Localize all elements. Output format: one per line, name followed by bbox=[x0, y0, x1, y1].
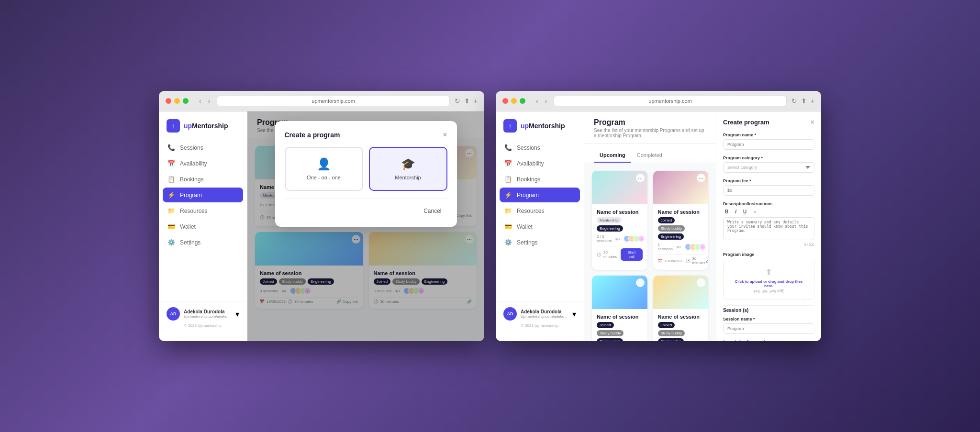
underline-button[interactable]: U bbox=[741, 208, 748, 215]
right-program-card-2: ⋯ Name of session Joined Study buddy Eng… bbox=[653, 171, 709, 270]
sessions-section-title: Session (s) bbox=[723, 305, 814, 313]
program-category-group: Program category * Select category bbox=[723, 155, 814, 173]
italic-button[interactable]: I bbox=[733, 208, 738, 215]
right-availability-icon: 📅 bbox=[504, 160, 512, 167]
modal-close-button[interactable]: × bbox=[443, 131, 447, 139]
tab-upcoming[interactable]: Upcoming bbox=[594, 149, 631, 163]
one-on-one-label: One - on - one bbox=[291, 175, 356, 180]
right-back-button[interactable]: ‹ bbox=[534, 96, 540, 106]
right-sidebar-item-sessions[interactable]: 📞 Sessions bbox=[500, 140, 580, 155]
sidebar-item-availability[interactable]: 📅 Availability bbox=[163, 156, 243, 171]
sidebar-item-program[interactable]: ⚡ Program bbox=[163, 188, 243, 202]
add-tab-icon[interactable]: + bbox=[474, 97, 478, 105]
right-card-menu-btn-3[interactable]: ⋯ bbox=[636, 278, 645, 287]
reload-icon[interactable]: ↻ bbox=[455, 97, 460, 105]
right-card-footer-left-2: 📅 19/05/2023 🕐 30 minutes bbox=[658, 256, 706, 265]
right-tag-study-4: Study buddy bbox=[658, 330, 685, 336]
user-profile[interactable]: AD Adekola Durodola Upmentorship.com/ade… bbox=[167, 307, 239, 321]
minimize-traffic-light[interactable] bbox=[174, 98, 180, 104]
one-on-one-option[interactable]: 👤 One - on - one bbox=[285, 147, 363, 191]
right-sidebar-item-wallet[interactable]: 💳 Wallet bbox=[500, 219, 580, 234]
right-program-card-4: ⋯ Name of session Joined Study buddy Eng… bbox=[653, 276, 709, 341]
right-copy-icon-2: 🔗 bbox=[706, 259, 708, 263]
right-close-traffic-light[interactable] bbox=[502, 98, 508, 104]
session-description-group: Description/Instructions bbox=[723, 340, 814, 341]
program-fee-group: Program fee * bbox=[723, 178, 814, 196]
sidebar-item-wallet-label: Wallet bbox=[180, 223, 196, 230]
right-card-footer-2: 📅 19/05/2023 🕐 30 minutes 🔗 Copy link bbox=[658, 254, 704, 265]
share-icon[interactable]: ⬆ bbox=[464, 97, 470, 105]
right-sidebar-item-availability[interactable]: 📅 Availability bbox=[500, 156, 580, 171]
sidebar-item-wallet[interactable]: 💳 Wallet bbox=[163, 219, 243, 234]
right-content-area: ⋯ Name of session Mentorship Engineering… bbox=[584, 163, 716, 341]
right-sidebar-item-bookings[interactable]: 📋 Bookings bbox=[500, 172, 580, 187]
right-sessions-count-1: 2 / 3 sessions bbox=[597, 234, 612, 243]
user-url: Upmentorship.com/adeko... bbox=[184, 314, 232, 319]
nav-items: 📞 Sessions 📅 Availability 📋 Bookings ⚡ P… bbox=[159, 140, 247, 301]
right-share-icon[interactable]: ⬆ bbox=[801, 97, 807, 105]
close-traffic-light[interactable] bbox=[166, 98, 171, 104]
address-bar[interactable]: upmentorship.com bbox=[217, 96, 449, 106]
logo-text: upMentorship bbox=[184, 122, 228, 130]
resources-icon: 📁 bbox=[167, 207, 175, 214]
right-maximize-traffic-light[interactable] bbox=[520, 98, 525, 104]
right-card-menu-btn-2[interactable]: ⋯ bbox=[697, 174, 705, 182]
cancel-button[interactable]: Cancel bbox=[418, 205, 447, 217]
upload-click-text: Click to upload bbox=[735, 279, 762, 284]
right-sidebar-program-label: Program bbox=[517, 192, 539, 199]
browser-actions: ↻ ⬆ + bbox=[455, 97, 478, 105]
right-sidebar-sessions-label: Sessions bbox=[517, 144, 540, 151]
modal-header: Create a program × bbox=[285, 131, 447, 139]
right-copy-link-btn-2[interactable]: 🔗 Copy link bbox=[706, 256, 708, 265]
right-card-menu-btn-1[interactable]: ⋯ bbox=[636, 174, 645, 182]
mentorship-option[interactable]: 🎓 Mentorship bbox=[369, 147, 447, 191]
program-name-input[interactable] bbox=[723, 139, 814, 150]
right-address-bar[interactable]: upmentorship.com bbox=[554, 96, 786, 106]
sidebar-item-bookings[interactable]: 📋 Bookings bbox=[163, 172, 243, 187]
session-name-group: Session name * bbox=[723, 317, 814, 334]
maximize-traffic-light[interactable] bbox=[183, 98, 189, 104]
program-fee-input[interactable] bbox=[723, 185, 814, 196]
logo: ↑ upMentorship bbox=[159, 119, 247, 140]
right-user-profile[interactable]: AD Adekola Durodola Upmentorship.com/ade… bbox=[503, 307, 576, 321]
back-button[interactable]: ‹ bbox=[197, 96, 203, 106]
tab-completed[interactable]: Completed bbox=[631, 149, 668, 163]
right-forward-button[interactable]: › bbox=[543, 96, 549, 106]
program-category-select[interactable]: Select category bbox=[723, 162, 814, 173]
right-sidebar-settings-label: Settings bbox=[517, 239, 537, 246]
right-add-tab-icon[interactable]: + bbox=[811, 97, 814, 105]
session-name-input[interactable] bbox=[723, 323, 814, 334]
right-card-menu-btn-4[interactable]: ⋯ bbox=[697, 278, 705, 287]
right-tag-engineering-1: Engineering bbox=[597, 225, 623, 232]
mentorship-option-icon: 🎓 bbox=[376, 157, 441, 171]
panel-close-button[interactable]: × bbox=[811, 118, 814, 126]
bold-button[interactable]: B bbox=[723, 208, 730, 215]
sidebar-item-resources[interactable]: 📁 Resources bbox=[163, 203, 243, 218]
right-card-title-1: Name of session bbox=[597, 209, 643, 215]
right-sidebar-item-settings[interactable]: ⚙️ Settings bbox=[500, 235, 580, 250]
sidebar-item-settings[interactable]: ⚙️ Settings bbox=[163, 235, 243, 250]
right-sidebar-item-resources[interactable]: 📁 Resources bbox=[500, 203, 580, 218]
description-textarea[interactable] bbox=[723, 217, 814, 240]
right-date-2: 19/05/2023 bbox=[665, 259, 684, 263]
user-info: Adekola Durodola Upmentorship.com/adeko.… bbox=[184, 309, 232, 319]
right-card-image-4: ⋯ bbox=[653, 276, 709, 309]
right-reload-icon[interactable]: ↻ bbox=[791, 97, 797, 105]
forward-button[interactable]: › bbox=[206, 96, 212, 106]
right-tag-engineering-4: Engineering bbox=[658, 338, 684, 341]
right-page-header: Program See the list of your mentorship … bbox=[584, 111, 716, 144]
right-price-1: $0 bbox=[615, 237, 620, 241]
right-calendar-icon-2: 📅 bbox=[658, 259, 663, 263]
right-card-tags-3: Joined Study buddy Engineering bbox=[597, 322, 643, 341]
sidebar-item-sessions[interactable]: 📞 Sessions bbox=[163, 140, 243, 155]
left-main-content: Program See the list of your mentorship … bbox=[247, 111, 484, 341]
mentorship-option-label: Mentorship bbox=[376, 175, 441, 180]
right-start-call-button-1[interactable]: Start call bbox=[621, 248, 642, 261]
upload-area[interactable]: ⬆ Click to upload or drag and drop files… bbox=[723, 260, 814, 299]
right-sidebar-item-program[interactable]: ⚡ Program bbox=[500, 188, 580, 202]
right-sidebar-availability-label: Availability bbox=[517, 160, 544, 167]
right-card-body-1: Name of session Mentorship Engineering 2… bbox=[592, 204, 647, 266]
circle-button[interactable]: ○ bbox=[751, 208, 758, 215]
session-description-label: Description/Instructions bbox=[723, 340, 814, 341]
right-minimize-traffic-light[interactable] bbox=[511, 98, 517, 104]
